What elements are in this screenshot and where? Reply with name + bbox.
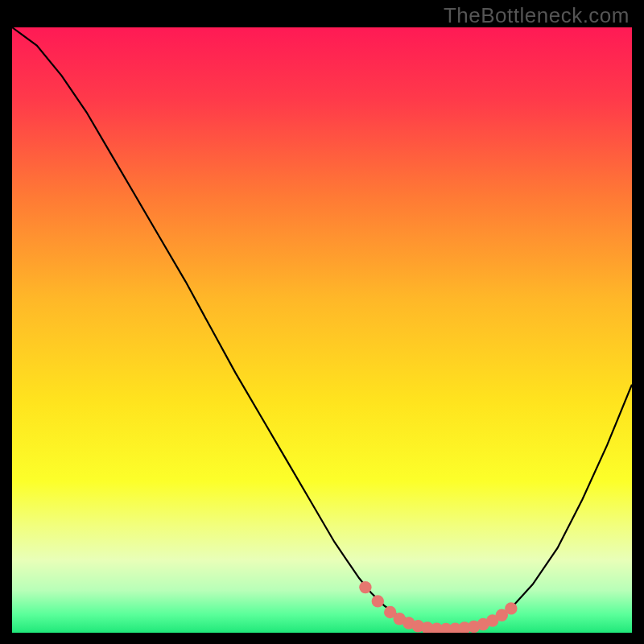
- highlight-dot: [359, 581, 371, 593]
- plot-svg: [12, 27, 632, 633]
- plot-background: [12, 27, 632, 633]
- highlight-dot: [372, 595, 384, 607]
- highlight-dot: [505, 602, 517, 614]
- watermark-label: TheBottleneck.com: [444, 3, 630, 28]
- chart-container: TheBottleneck.com: [0, 0, 644, 644]
- plot-frame: [12, 27, 632, 633]
